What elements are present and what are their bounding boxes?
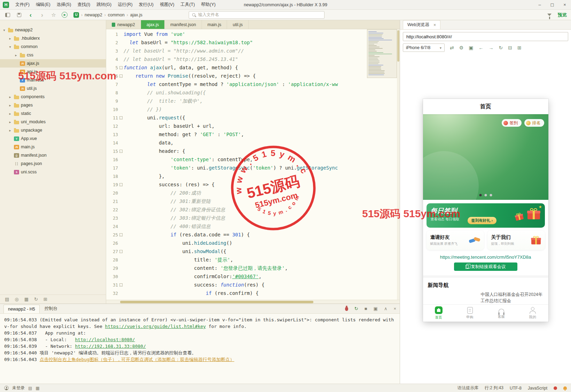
tree-item-main.js[interactable]: JSmain.js: [0, 143, 106, 151]
menu-item[interactable]: 编辑(E): [33, 1, 53, 9]
chevron-icon[interactable]: ▸: [8, 37, 12, 40]
editor-tab-util.js[interactable]: util.js: [227, 20, 248, 29]
fold-icon[interactable]: -: [119, 233, 123, 236]
editor-tab-newapp2[interactable]: newapp2: [106, 20, 141, 29]
menu-item[interactable]: 帮助(Y): [198, 1, 219, 9]
responsive-icon[interactable]: ⊞: [517, 45, 522, 50]
hero-carousel[interactable]: 签到排名: [423, 114, 548, 200]
tab-首页[interactable]: 首页: [423, 305, 454, 322]
line-number-gutter[interactable]: 12345-6-7891011-12131415-16171819-202122…: [106, 29, 124, 300]
tree-item-main.css[interactable]: #main.css: [0, 76, 106, 84]
fold-icon[interactable]: -: [119, 183, 123, 186]
line-number[interactable]: 7: [115, 82, 118, 87]
nav-forward-icon[interactable]: →: [489, 45, 494, 50]
vertical-scrollbar[interactable]: [397, 29, 400, 300]
line-number[interactable]: 10: [113, 107, 118, 112]
preview-button[interactable]: 预览: [558, 12, 567, 18]
fold-icon[interactable]: -: [119, 116, 123, 119]
tree-item-components[interactable]: ▸components: [0, 93, 106, 101]
line-number[interactable]: 3: [115, 48, 118, 54]
close-console-icon[interactable]: ×: [393, 306, 396, 311]
daily-signin-banner[interactable]: 每日签到 查看动态 每日领取 签到有好礼 › ★: [427, 203, 545, 228]
clear-icon[interactable]: ⊟: [508, 45, 512, 50]
fold-icon[interactable]: -: [119, 150, 123, 153]
minimap[interactable]: [367, 29, 397, 300]
settings-icon[interactable]: ⚙: [459, 45, 464, 50]
refresh-icon[interactable]: ↻: [499, 45, 503, 50]
line-number[interactable]: 13: [113, 132, 118, 137]
tree-item-unpackage[interactable]: ▸unpackage: [0, 126, 106, 134]
chevron-icon[interactable]: ▸: [8, 120, 12, 124]
tab-客服[interactable]: 客服: [486, 305, 517, 322]
file-search-input[interactable]: 输入文件名: [189, 11, 324, 19]
news-item[interactable]: 中国人口福利基金会召开2024年工作总结汇报会: [481, 291, 543, 305]
line-number[interactable]: 11: [113, 115, 118, 120]
chevron-icon[interactable]: ▾: [8, 45, 12, 49]
line-number[interactable]: 24: [113, 224, 118, 229]
statusbar-item[interactable]: 语法提示库: [457, 385, 478, 391]
breadcrumb-item[interactable]: newapp2: [85, 13, 102, 17]
carousel-dot[interactable]: [484, 194, 487, 196]
line-number[interactable]: 32: [113, 291, 118, 296]
console-link[interactable]: http://192.168.31.33:8080/: [75, 344, 146, 349]
scrollbar-thumb[interactable]: [397, 30, 399, 62]
restart-icon[interactable]: ↻: [354, 306, 358, 311]
tab-我的[interactable]: 我的: [517, 305, 548, 322]
line-number[interactable]: 25: [113, 232, 118, 237]
tree-item-util.js[interactable]: JSutil.js: [0, 84, 106, 93]
chevron-icon[interactable]: ▸: [8, 95, 12, 99]
debug-icon[interactable]: [345, 307, 348, 311]
search-panel-icon[interactable]: ◎: [15, 297, 18, 302]
line-number[interactable]: 19: [113, 182, 118, 187]
screenshot-icon[interactable]: ▣: [469, 45, 473, 50]
line-number[interactable]: 4: [115, 57, 118, 62]
maximize-button[interactable]: ◻: [546, 0, 558, 9]
files-icon[interactable]: ▤: [5, 297, 9, 302]
statusbar-item[interactable]: 行:2 列:43: [485, 385, 503, 391]
line-number[interactable]: 31: [113, 282, 118, 288]
code-editor[interactable]: import Vue from 'vue' let baseUrl = "htt…: [124, 29, 367, 300]
sync-icon[interactable]: ↻: [34, 297, 38, 302]
line-number[interactable]: 1: [115, 32, 118, 37]
card-邀请好友[interactable]: 邀请好友赋能发展 群雁齐飞: [427, 230, 484, 250]
stop-icon[interactable]: ■: [365, 306, 367, 311]
line-number[interactable]: 23: [113, 215, 118, 221]
breadcrumb-item[interactable]: ajax.js: [130, 13, 142, 17]
tree-item-pages.json[interactable]: [ ]pages.json: [0, 159, 106, 168]
line-number[interactable]: 15: [113, 149, 118, 154]
console-tab-app[interactable]: newapp2 - H5: [3, 305, 40, 313]
tree-item-uni.scss[interactable]: Suni.scss: [0, 168, 106, 176]
rotate-device-icon[interactable]: ⇄: [450, 45, 454, 50]
menu-item[interactable]: 选择(S): [54, 1, 74, 9]
collapse-icon[interactable]: ∧: [384, 306, 388, 311]
line-number[interactable]: 16: [113, 157, 118, 162]
badge-签到[interactable]: 签到: [502, 119, 522, 127]
menu-item[interactable]: 视图(V): [157, 1, 177, 9]
fold-icon[interactable]: -: [119, 283, 123, 287]
badge-排名[interactable]: 排名: [524, 119, 544, 127]
chevron-icon[interactable]: ▸: [8, 103, 12, 107]
line-number[interactable]: 20: [113, 190, 118, 196]
line-number[interactable]: 12: [113, 124, 118, 129]
device-selector[interactable]: iPhone 6/7/8 ▾: [403, 44, 445, 52]
line-number[interactable]: 9: [115, 99, 118, 104]
fold-icon[interactable]: -: [119, 75, 123, 78]
notification-icon[interactable]: [563, 386, 567, 390]
filter-icon[interactable]: [547, 14, 552, 16]
editor-tab-main.js[interactable]: main.js: [202, 20, 227, 29]
menu-item[interactable]: 查找(I): [75, 1, 93, 9]
tree-item-common[interactable]: ▾common: [0, 42, 106, 51]
line-number[interactable]: 18: [113, 174, 118, 179]
horizontal-scrollbar[interactable]: [106, 300, 400, 304]
capture-icon[interactable]: ▣: [374, 306, 378, 311]
line-number[interactable]: 21: [113, 199, 118, 204]
close-button[interactable]: ×: [558, 0, 571, 9]
editor-tab-ajax.js[interactable]: ajax.js: [141, 20, 165, 29]
fold-icon[interactable]: -: [119, 250, 123, 253]
back-icon[interactable]: ‹: [27, 11, 34, 18]
tab-close-icon[interactable]: ×: [433, 23, 436, 28]
card-关于我们[interactable]: 关于我们提现，即刻到账: [487, 230, 545, 250]
chevron-icon[interactable]: ▸: [8, 112, 12, 116]
minimize-button[interactable]: –: [533, 0, 546, 9]
tree-item-api.js[interactable]: JSapi.js: [0, 68, 106, 76]
